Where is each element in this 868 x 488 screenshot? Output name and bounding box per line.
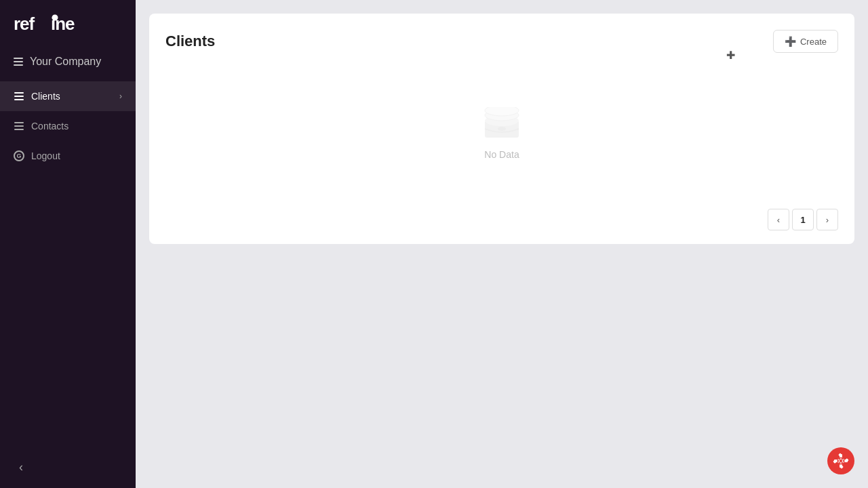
contacts-label: Contacts bbox=[31, 121, 122, 131]
clients-icon bbox=[14, 92, 24, 100]
company-name: Your Company bbox=[30, 56, 101, 68]
svg-point-6 bbox=[485, 107, 519, 116]
clients-label: Clients bbox=[31, 91, 113, 102]
sidebar-item-contacts[interactable]: Contacts bbox=[0, 111, 136, 141]
svg-point-20 bbox=[840, 460, 842, 462]
create-button-label: Create bbox=[800, 37, 827, 47]
svg-text:ine: ine bbox=[51, 14, 75, 34]
clients-chevron-icon: › bbox=[119, 92, 122, 101]
svg-point-7 bbox=[498, 127, 506, 131]
no-data-icon bbox=[481, 107, 522, 141]
sidebar: ref ine Your Company Clients › Contacts bbox=[0, 0, 136, 488]
plus-icon: ➕ bbox=[785, 36, 796, 47]
settings-gear-button[interactable] bbox=[827, 447, 854, 474]
company-menu-icon bbox=[14, 58, 23, 66]
sidebar-item-company[interactable]: Your Company bbox=[0, 45, 136, 79]
sidebar-item-logout[interactable]: G Logout bbox=[0, 141, 136, 171]
sidebar-item-clients[interactable]: Clients › bbox=[0, 81, 136, 111]
create-button[interactable]: ➕ Create bbox=[773, 30, 838, 53]
pagination: ‹ 1 › bbox=[768, 209, 838, 230]
collapse-sidebar-button[interactable]: ‹ bbox=[14, 458, 28, 477]
logout-icon: G bbox=[14, 150, 24, 161]
sidebar-bottom: ‹ bbox=[0, 447, 136, 488]
pagination-prev-button[interactable]: ‹ bbox=[768, 209, 789, 230]
no-data-text: No Data bbox=[484, 149, 519, 160]
logo-area: ref ine bbox=[0, 0, 136, 45]
main-content: Clients ➕ Create No Data ‹ 1 › bbox=[136, 0, 868, 488]
svg-text:ref: ref bbox=[14, 14, 35, 34]
pagination-page-1-button[interactable]: 1 bbox=[792, 209, 814, 230]
pagination-next-button[interactable]: › bbox=[816, 209, 838, 230]
content-card: Clients ➕ Create No Data ‹ 1 › bbox=[149, 14, 854, 244]
page-header: Clients ➕ Create bbox=[165, 30, 838, 53]
no-data-area: No Data bbox=[165, 66, 838, 187]
contacts-icon bbox=[14, 122, 24, 130]
logout-label: Logout bbox=[31, 150, 122, 161]
refine-logo: ref ine bbox=[14, 14, 81, 34]
page-title: Clients bbox=[165, 33, 215, 50]
nav-items: Clients › Contacts G Logout bbox=[0, 79, 136, 447]
